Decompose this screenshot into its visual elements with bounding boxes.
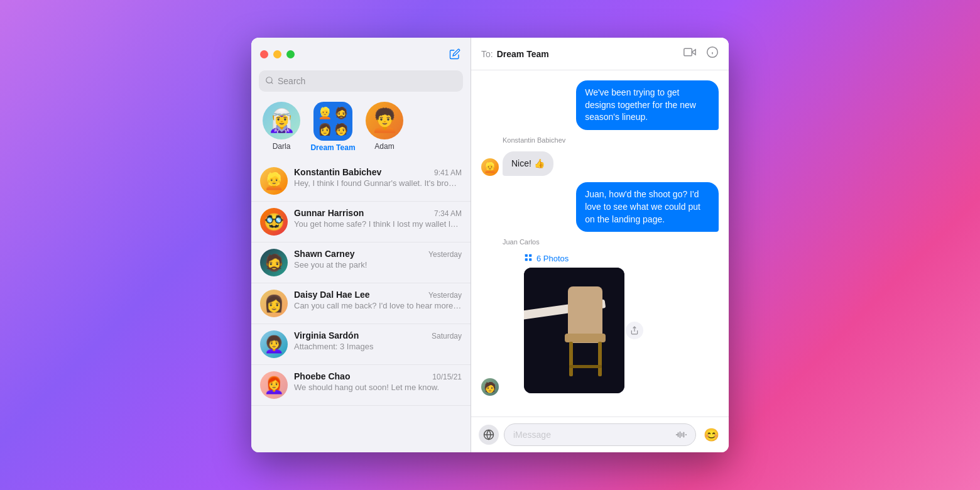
chat-contact-name: Dream Team — [497, 49, 549, 59]
conversation-list: 👱 Konstantin Babichev 9:41 AM Hey, I thi… — [251, 161, 471, 452]
svg-marker-1 — [692, 50, 695, 55]
pinned-item-dream-team[interactable]: 👱 🧔 👩 🧑 Dream Team — [310, 102, 356, 152]
conv-name-daisy: Daisy Dal Hae Lee — [294, 290, 370, 300]
conv-name-gunnar: Gunnar Harrison — [294, 208, 364, 218]
conv-content-daisy: Daisy Dal Hae Lee Yesterday Can you call… — [294, 290, 462, 310]
avatar-adam: 🧑‍🦱 — [366, 102, 403, 139]
sender-name-konstantin: Konstantin Babichev — [503, 136, 719, 144]
search-bar[interactable]: Search — [259, 70, 463, 92]
conv-item-phoebe[interactable]: 👩‍🦰 Phoebe Chao 10/15/21 We should hang … — [251, 365, 471, 406]
compose-button[interactable] — [448, 47, 462, 61]
message-input[interactable]: iMessage — [504, 423, 696, 446]
conv-preview-gunnar: You get home safe? I think I lost my wal… — [294, 219, 462, 229]
msg-avatar-small-konstantin: 👱 — [481, 158, 499, 176]
msg-received-konstantin: Nice! 👍 — [503, 151, 553, 177]
conv-item-shawn[interactable]: 🧔 Shawn Carney Yesterday See you at the … — [251, 242, 471, 283]
chat-panel: To: Dream Team We've been trying to get — [471, 38, 729, 452]
msg-sent-2: Juan, how'd the shoot go? I'd love to se… — [576, 182, 719, 232]
pinned-label-darla: Darla — [273, 142, 291, 151]
conv-content-phoebe: Phoebe Chao 10/15/21 We should hang out … — [294, 371, 462, 392]
svg-rect-6 — [525, 254, 528, 257]
conv-name-phoebe: Phoebe Chao — [294, 371, 350, 381]
conv-name-virginia: Virginia Sardón — [294, 330, 359, 340]
msg-row-konstantin: 👱 Nice! 👍 — [481, 151, 719, 177]
conv-header-phoebe: Phoebe Chao 10/15/21 — [294, 371, 462, 381]
pinned-contacts-row: 🧝‍♀️ Darla 👱 🧔 👩 🧑 Dream Team 🧑‍ — [251, 98, 471, 161]
close-button[interactable] — [260, 50, 268, 58]
sender-name-juan: Juan Carlos — [503, 238, 719, 246]
conv-avatar-gunnar: 🥸 — [260, 208, 288, 236]
message-input-placeholder: iMessage — [513, 430, 551, 440]
chat-title-area: To: Dream Team — [481, 49, 549, 59]
conv-item-daisy[interactable]: 👩 Daisy Dal Hae Lee Yesterday Can you ca… — [251, 283, 471, 324]
share-button[interactable] — [626, 322, 643, 339]
conv-header-gunnar: Gunnar Harrison 7:34 AM — [294, 208, 462, 218]
maximize-button[interactable] — [286, 50, 295, 58]
minimize-button[interactable] — [273, 50, 281, 58]
conv-avatar-shawn: 🧔 — [260, 249, 288, 276]
conv-name-shawn: Shawn Carney — [294, 249, 354, 259]
svg-rect-2 — [684, 48, 692, 56]
pinned-item-darla[interactable]: 🧝‍♀️ Darla — [259, 102, 304, 152]
video-call-icon[interactable] — [683, 46, 696, 62]
apps-button[interactable] — [479, 425, 499, 445]
conv-preview-phoebe: We should hang out soon! Let me know. — [294, 383, 462, 392]
svg-rect-8 — [525, 258, 528, 261]
msg-sent-1: We've been trying to get designs togethe… — [576, 80, 719, 130]
photos-section: 6 Photos — [524, 253, 624, 396]
svg-rect-16 — [569, 365, 602, 368]
conv-time-shawn: Yesterday — [428, 250, 462, 259]
svg-rect-9 — [529, 258, 531, 261]
photos-grid-icon — [524, 253, 533, 264]
svg-rect-14 — [569, 342, 573, 376]
conv-preview-konstantin: Hey, I think I found Gunnar's wallet. It… — [294, 178, 462, 188]
info-icon[interactable] — [706, 46, 719, 62]
conv-content-shawn: Shawn Carney Yesterday See you at the pa… — [294, 249, 462, 270]
conv-content-konstantin: Konstantin Babichev 9:41 AM Hey, I think… — [294, 167, 462, 188]
conv-item-konstantin[interactable]: 👱 Konstantin Babichev 9:41 AM Hey, I thi… — [251, 161, 471, 202]
msg-row-juan: 🧑 6 Photos — [481, 253, 719, 396]
conv-time-virginia: Saturday — [432, 332, 462, 340]
sidebar: Search 🧝‍♀️ Darla 👱 🧔 👩 🧑 — [251, 38, 471, 452]
svg-rect-13 — [565, 334, 606, 342]
pinned-label-adam: Adam — [374, 142, 394, 151]
chair-illustration — [524, 268, 624, 393]
chat-header: To: Dream Team — [471, 38, 729, 70]
waveform-icon — [675, 429, 687, 440]
conv-avatar-phoebe: 👩‍🦰 — [260, 371, 288, 399]
avatar-dream-team: 👱 🧔 👩 🧑 — [313, 102, 352, 141]
svg-rect-15 — [598, 342, 602, 376]
dream-team-grid: 👱 🧔 👩 🧑 — [313, 102, 352, 141]
conv-avatar-daisy: 👩 — [260, 290, 288, 317]
pinned-item-adam[interactable]: 🧑‍🦱 Adam — [362, 102, 407, 152]
photo-wrapper — [524, 268, 624, 393]
conv-header-konstantin: Konstantin Babichev 9:41 AM — [294, 167, 462, 177]
conv-header-daisy: Daisy Dal Hae Lee Yesterday — [294, 290, 462, 300]
chat-to-label: To: — [481, 49, 493, 59]
emoji-button[interactable]: 😊 — [701, 425, 721, 445]
conv-time-phoebe: 10/15/21 — [432, 373, 462, 381]
conv-content-virginia: Virginia Sardón Saturday Attachment: 3 I… — [294, 330, 462, 351]
msg-avatar-small-juan: 🧑 — [481, 378, 499, 396]
conv-header-virginia: Virginia Sardón Saturday — [294, 330, 462, 340]
conv-preview-daisy: Can you call me back? I'd love to hear m… — [294, 301, 462, 310]
traffic-lights — [260, 50, 295, 58]
photos-count: 6 Photos — [536, 254, 569, 263]
photo-preview[interactable] — [524, 268, 624, 393]
chat-header-actions — [683, 46, 719, 62]
conv-item-virginia[interactable]: 👩‍🦱 Virginia Sardón Saturday Attachment:… — [251, 324, 471, 365]
conv-header-shawn: Shawn Carney Yesterday — [294, 249, 462, 259]
conv-item-gunnar[interactable]: 🥸 Gunnar Harrison 7:34 AM You get home s… — [251, 202, 471, 242]
conv-name-konstantin: Konstantin Babichev — [294, 167, 381, 177]
chat-messages: We've been trying to get designs togethe… — [471, 70, 729, 416]
titlebar — [251, 38, 471, 70]
conv-time-konstantin: 9:41 AM — [434, 168, 462, 177]
conv-time-gunnar: 7:34 AM — [434, 209, 462, 218]
svg-rect-7 — [529, 254, 531, 257]
search-icon — [265, 76, 274, 87]
avatar-darla: 🧝‍♀️ — [263, 102, 300, 139]
conv-content-gunnar: Gunnar Harrison 7:34 AM You get home saf… — [294, 208, 462, 229]
photos-label: 6 Photos — [524, 253, 624, 264]
chat-input-area: iMessage 😊 — [471, 416, 729, 452]
search-placeholder: Search — [278, 76, 305, 86]
